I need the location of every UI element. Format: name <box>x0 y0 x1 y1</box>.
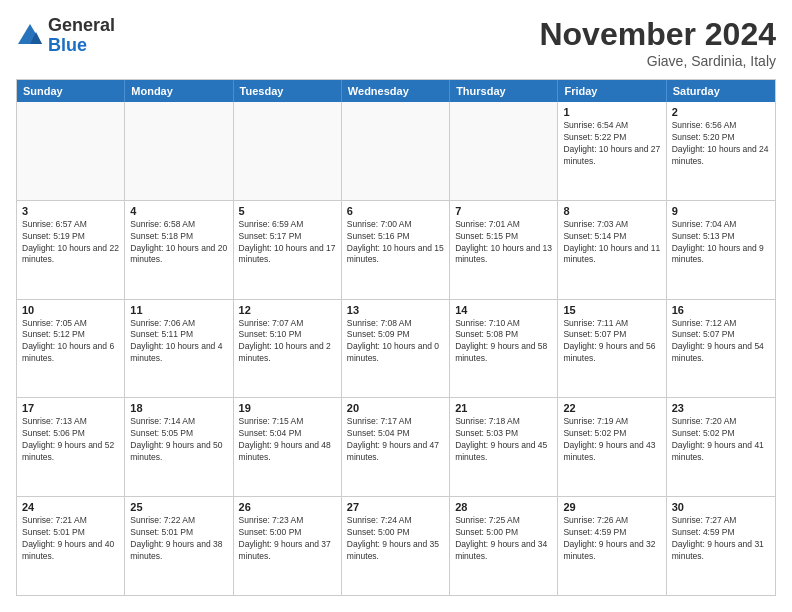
day-number: 19 <box>239 402 336 414</box>
day-info: Sunrise: 6:59 AMSunset: 5:17 PMDaylight:… <box>239 219 336 267</box>
day-number: 17 <box>22 402 119 414</box>
day-number: 10 <box>22 304 119 316</box>
day-number: 5 <box>239 205 336 217</box>
day-number: 11 <box>130 304 227 316</box>
day-number: 16 <box>672 304 770 316</box>
week-row-2: 10Sunrise: 7:05 AMSunset: 5:12 PMDayligh… <box>17 299 775 398</box>
header-day-saturday: Saturday <box>667 80 775 102</box>
cal-cell: 18Sunrise: 7:14 AMSunset: 5:05 PMDayligh… <box>125 398 233 496</box>
day-number: 6 <box>347 205 444 217</box>
logo-blue: Blue <box>48 36 115 56</box>
cal-cell: 6Sunrise: 7:00 AMSunset: 5:16 PMDaylight… <box>342 201 450 299</box>
cal-cell: 11Sunrise: 7:06 AMSunset: 5:11 PMDayligh… <box>125 300 233 398</box>
day-info: Sunrise: 7:01 AMSunset: 5:15 PMDaylight:… <box>455 219 552 267</box>
cal-cell: 28Sunrise: 7:25 AMSunset: 5:00 PMDayligh… <box>450 497 558 595</box>
day-number: 27 <box>347 501 444 513</box>
cal-cell: 25Sunrise: 7:22 AMSunset: 5:01 PMDayligh… <box>125 497 233 595</box>
day-number: 7 <box>455 205 552 217</box>
cal-cell: 13Sunrise: 7:08 AMSunset: 5:09 PMDayligh… <box>342 300 450 398</box>
cal-cell <box>450 102 558 200</box>
day-info: Sunrise: 7:10 AMSunset: 5:08 PMDaylight:… <box>455 318 552 366</box>
day-number: 30 <box>672 501 770 513</box>
day-number: 28 <box>455 501 552 513</box>
cal-cell: 1Sunrise: 6:54 AMSunset: 5:22 PMDaylight… <box>558 102 666 200</box>
logo: General Blue <box>16 16 115 56</box>
day-info: Sunrise: 6:57 AMSunset: 5:19 PMDaylight:… <box>22 219 119 267</box>
day-number: 21 <box>455 402 552 414</box>
day-number: 26 <box>239 501 336 513</box>
day-info: Sunrise: 7:17 AMSunset: 5:04 PMDaylight:… <box>347 416 444 464</box>
cal-cell: 8Sunrise: 7:03 AMSunset: 5:14 PMDaylight… <box>558 201 666 299</box>
day-info: Sunrise: 7:24 AMSunset: 5:00 PMDaylight:… <box>347 515 444 563</box>
cal-cell: 19Sunrise: 7:15 AMSunset: 5:04 PMDayligh… <box>234 398 342 496</box>
cal-cell: 12Sunrise: 7:07 AMSunset: 5:10 PMDayligh… <box>234 300 342 398</box>
cal-cell: 20Sunrise: 7:17 AMSunset: 5:04 PMDayligh… <box>342 398 450 496</box>
cal-cell: 2Sunrise: 6:56 AMSunset: 5:20 PMDaylight… <box>667 102 775 200</box>
day-info: Sunrise: 7:08 AMSunset: 5:09 PMDaylight:… <box>347 318 444 366</box>
cal-cell: 4Sunrise: 6:58 AMSunset: 5:18 PMDaylight… <box>125 201 233 299</box>
cal-cell: 26Sunrise: 7:23 AMSunset: 5:00 PMDayligh… <box>234 497 342 595</box>
day-info: Sunrise: 7:04 AMSunset: 5:13 PMDaylight:… <box>672 219 770 267</box>
cal-cell: 7Sunrise: 7:01 AMSunset: 5:15 PMDaylight… <box>450 201 558 299</box>
cal-cell: 3Sunrise: 6:57 AMSunset: 5:19 PMDaylight… <box>17 201 125 299</box>
day-number: 15 <box>563 304 660 316</box>
month-title: November 2024 <box>539 16 776 53</box>
day-info: Sunrise: 7:03 AMSunset: 5:14 PMDaylight:… <box>563 219 660 267</box>
day-info: Sunrise: 7:19 AMSunset: 5:02 PMDaylight:… <box>563 416 660 464</box>
day-number: 23 <box>672 402 770 414</box>
logo-text: General Blue <box>48 16 115 56</box>
day-info: Sunrise: 7:12 AMSunset: 5:07 PMDaylight:… <box>672 318 770 366</box>
day-number: 20 <box>347 402 444 414</box>
week-row-4: 24Sunrise: 7:21 AMSunset: 5:01 PMDayligh… <box>17 496 775 595</box>
cal-cell <box>234 102 342 200</box>
cal-cell: 27Sunrise: 7:24 AMSunset: 5:00 PMDayligh… <box>342 497 450 595</box>
day-info: Sunrise: 6:58 AMSunset: 5:18 PMDaylight:… <box>130 219 227 267</box>
day-number: 4 <box>130 205 227 217</box>
header-day-thursday: Thursday <box>450 80 558 102</box>
cal-cell: 24Sunrise: 7:21 AMSunset: 5:01 PMDayligh… <box>17 497 125 595</box>
cal-cell: 10Sunrise: 7:05 AMSunset: 5:12 PMDayligh… <box>17 300 125 398</box>
cal-cell: 29Sunrise: 7:26 AMSunset: 4:59 PMDayligh… <box>558 497 666 595</box>
logo-icon <box>16 22 44 50</box>
day-number: 24 <box>22 501 119 513</box>
week-row-3: 17Sunrise: 7:13 AMSunset: 5:06 PMDayligh… <box>17 397 775 496</box>
day-info: Sunrise: 7:07 AMSunset: 5:10 PMDaylight:… <box>239 318 336 366</box>
day-info: Sunrise: 6:56 AMSunset: 5:20 PMDaylight:… <box>672 120 770 168</box>
day-info: Sunrise: 7:23 AMSunset: 5:00 PMDaylight:… <box>239 515 336 563</box>
day-info: Sunrise: 7:27 AMSunset: 4:59 PMDaylight:… <box>672 515 770 563</box>
day-number: 2 <box>672 106 770 118</box>
calendar-header: SundayMondayTuesdayWednesdayThursdayFrid… <box>17 80 775 102</box>
header-day-friday: Friday <box>558 80 666 102</box>
cal-cell: 23Sunrise: 7:20 AMSunset: 5:02 PMDayligh… <box>667 398 775 496</box>
day-info: Sunrise: 7:18 AMSunset: 5:03 PMDaylight:… <box>455 416 552 464</box>
day-info: Sunrise: 7:25 AMSunset: 5:00 PMDaylight:… <box>455 515 552 563</box>
logo-general: General <box>48 16 115 36</box>
cal-cell: 30Sunrise: 7:27 AMSunset: 4:59 PMDayligh… <box>667 497 775 595</box>
day-number: 12 <box>239 304 336 316</box>
header: General Blue November 2024 Giave, Sardin… <box>16 16 776 69</box>
title-block: November 2024 Giave, Sardinia, Italy <box>539 16 776 69</box>
day-number: 22 <box>563 402 660 414</box>
page: General Blue November 2024 Giave, Sardin… <box>0 0 792 612</box>
location: Giave, Sardinia, Italy <box>539 53 776 69</box>
header-day-sunday: Sunday <box>17 80 125 102</box>
cal-cell: 16Sunrise: 7:12 AMSunset: 5:07 PMDayligh… <box>667 300 775 398</box>
day-number: 29 <box>563 501 660 513</box>
cal-cell <box>125 102 233 200</box>
cal-cell: 22Sunrise: 7:19 AMSunset: 5:02 PMDayligh… <box>558 398 666 496</box>
day-number: 8 <box>563 205 660 217</box>
day-info: Sunrise: 7:06 AMSunset: 5:11 PMDaylight:… <box>130 318 227 366</box>
cal-cell: 5Sunrise: 6:59 AMSunset: 5:17 PMDaylight… <box>234 201 342 299</box>
calendar-body: 1Sunrise: 6:54 AMSunset: 5:22 PMDaylight… <box>17 102 775 595</box>
day-info: Sunrise: 7:20 AMSunset: 5:02 PMDaylight:… <box>672 416 770 464</box>
cal-cell: 21Sunrise: 7:18 AMSunset: 5:03 PMDayligh… <box>450 398 558 496</box>
day-number: 13 <box>347 304 444 316</box>
cal-cell: 17Sunrise: 7:13 AMSunset: 5:06 PMDayligh… <box>17 398 125 496</box>
cal-cell: 15Sunrise: 7:11 AMSunset: 5:07 PMDayligh… <box>558 300 666 398</box>
header-day-wednesday: Wednesday <box>342 80 450 102</box>
cal-cell: 14Sunrise: 7:10 AMSunset: 5:08 PMDayligh… <box>450 300 558 398</box>
day-number: 14 <box>455 304 552 316</box>
day-info: Sunrise: 7:00 AMSunset: 5:16 PMDaylight:… <box>347 219 444 267</box>
day-info: Sunrise: 7:13 AMSunset: 5:06 PMDaylight:… <box>22 416 119 464</box>
day-number: 25 <box>130 501 227 513</box>
